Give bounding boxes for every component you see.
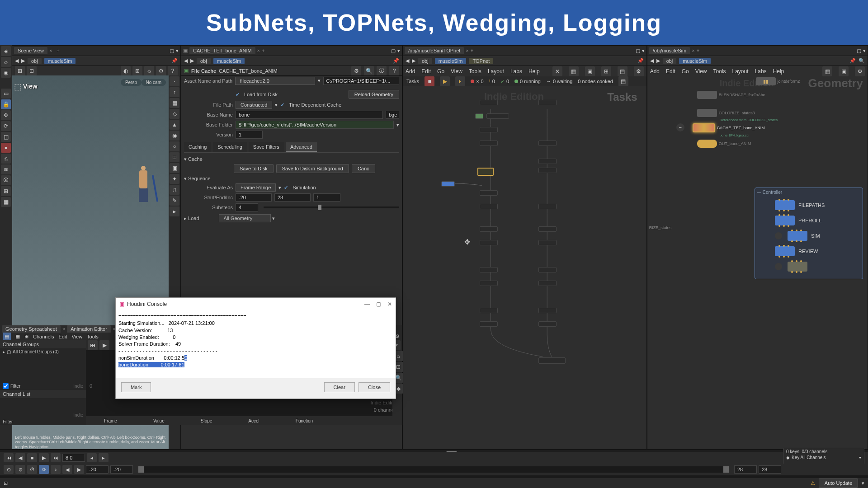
end-input[interactable] [274,193,311,202]
menu-help[interactable]: Help [773,68,784,75]
scheduling-tab[interactable]: Scheduling [213,142,246,152]
graph-icon[interactable]: ▤ [3,333,11,340]
disp-hull-icon[interactable]: ◇ [170,109,179,119]
pane-menu-icon[interactable]: ▾ [397,48,400,54]
top-node[interactable] [538,168,557,173]
audio-icon[interactable]: ♪ [51,465,61,474]
keyall-button[interactable]: Key All Channels [792,455,857,460]
stop-icon[interactable]: ■ [27,453,37,462]
dope-icon[interactable]: ⊞ [24,333,28,339]
all-groups-row[interactable]: ▸▢All Channel Groups (0) [0,348,86,355]
disp-edit-icon[interactable]: ✎ [170,196,179,206]
table-icon[interactable]: ▦ [15,333,20,339]
close-button[interactable]: Close [359,382,390,392]
sequence-section-header[interactable]: ▾ Sequence [184,176,399,182]
top-node[interactable] [538,100,557,105]
sim-check-icon[interactable]: ✔ [284,185,288,191]
asset-select[interactable]: filecache::2.0 [235,77,315,85]
nav-fwd-icon[interactable]: ▶ [656,58,660,64]
menu-view[interactable]: View [695,68,707,75]
menu-labs[interactable]: Labs [510,68,522,75]
top-node[interactable] [480,240,498,245]
dropdown-icon[interactable]: ▾ [275,102,278,108]
last-frame-icon[interactable]: ⏭ [51,453,61,462]
move-tool-icon[interactable]: ✥ [1,110,11,120]
cancel-button[interactable]: Canc [352,164,375,173]
ext-input[interactable]: bge [386,111,399,119]
clear-button[interactable]: Clear [324,382,355,392]
range-prev-icon[interactable]: ◀ [62,465,72,474]
bypass-node[interactable] [775,262,861,272]
pane-max-icon[interactable]: ▢ [857,48,861,54]
pin-icon[interactable]: 📌 [171,58,178,64]
rn-gear-icon[interactable]: ⚙ [855,66,865,76]
preroll-node[interactable]: PREROLL [775,216,861,225]
disp-pts-icon[interactable]: · [170,76,179,86]
dropdown-icon[interactable]: ▾ [278,185,281,191]
col-frame[interactable]: Frame [86,418,135,424]
step-back-icon[interactable]: ◂ [87,453,97,462]
prev-frame-icon[interactable]: ◀ [15,453,25,462]
save-disk-bg-button[interactable]: Save to Disk in Background [276,164,349,173]
save-filters-tab[interactable]: Save Filters [249,142,284,152]
nav-back-icon[interactable]: ◀ [15,58,19,64]
geospread-tab[interactable]: Geometry Spreadsheet [2,325,61,333]
record-icon[interactable]: ▣ [183,48,188,54]
animeditor-tab[interactable]: Animation Editor [67,325,111,333]
menu-view[interactable]: View [71,334,82,339]
current-frame[interactable]: 8.0 [62,454,85,462]
disp-toggle-icon[interactable]: ▸ [170,206,179,216]
disp-cam-icon[interactable]: ▣ [170,163,179,173]
inc-input[interactable] [313,193,340,202]
nav-fwd-icon[interactable]: ▶ [21,58,25,64]
menu-channels[interactable]: Channels [33,334,54,339]
basefolder-input[interactable] [236,121,394,129]
range-slider[interactable] [138,466,729,473]
disp-norm-icon[interactable]: ↑ [170,87,179,97]
pane-max-icon[interactable]: ▢ [170,48,174,54]
constructed-select[interactable]: Constructed [236,101,272,109]
menu-edit[interactable]: Edit [666,68,675,75]
filecache-name[interactable]: CACHE_TET_bone_ANIM [219,68,349,74]
filepaths-node[interactable]: FILEPATHS [775,200,861,210]
pane-max-icon[interactable]: ▢ [391,48,396,54]
top-node[interactable] [480,204,498,209]
menu-go[interactable]: Go [682,68,689,75]
gp-play-icon[interactable]: ▶ [99,340,109,350]
disp-sphere-icon[interactable]: ○ [170,141,179,151]
grid-tool-icon[interactable]: ▦ [1,197,11,207]
key-menu-icon[interactable]: ▾ [859,455,861,460]
play-icon[interactable]: ▶ [39,453,49,462]
search-icon[interactable]: 🔍 [364,66,374,76]
vp-shade-icon[interactable]: ◐ [121,66,131,76]
tn-opt2-icon[interactable]: ▦ [569,66,579,76]
timedep-check-icon[interactable]: ✔ [280,102,284,108]
topnet-crumb[interactable]: TOPnet [469,58,493,64]
cook-stop-icon[interactable]: ■ [425,76,434,86]
console-titlebar[interactable]: ▣Houdini Console — ▢ ✕ [116,298,396,310]
menu-tools[interactable]: Tools [713,68,726,75]
menu-edit[interactable]: Edit [421,68,431,75]
update-menu-icon[interactable]: ▾ [862,480,864,486]
disp-prim-icon[interactable]: ▲ [170,120,179,130]
cache-section-header[interactable]: ▾ Cache [184,156,399,162]
top-node[interactable] [480,190,498,196]
col-function[interactable]: Function [278,418,331,424]
menu-layout[interactable]: Layout [488,68,504,75]
minimize-icon[interactable]: — [364,301,370,307]
persp-button[interactable]: Persp [121,79,142,86]
top-node[interactable] [538,226,557,232]
info-icon[interactable]: ⓘ [377,66,387,76]
tool-cam-icon[interactable]: ◉ [1,68,11,78]
range-end2[interactable]: 28 [759,465,781,474]
pane-menu-icon[interactable]: ▾ [176,48,179,54]
disp-light2-icon[interactable]: ✦ [170,174,179,184]
start-input[interactable] [236,193,272,202]
tab-close-icon[interactable]: × [257,48,260,53]
tn-opt5-icon[interactable]: ▤ [618,66,627,76]
menu-layout[interactable]: Layout [732,68,749,75]
disp-uv-icon[interactable]: ▦ [170,98,179,108]
lock-tool-icon[interactable]: 🔒 [1,99,11,109]
top-node[interactable] [538,240,557,245]
blendshape-node[interactable]: BLENDSHAPE_fbxToAbc [697,91,765,99]
